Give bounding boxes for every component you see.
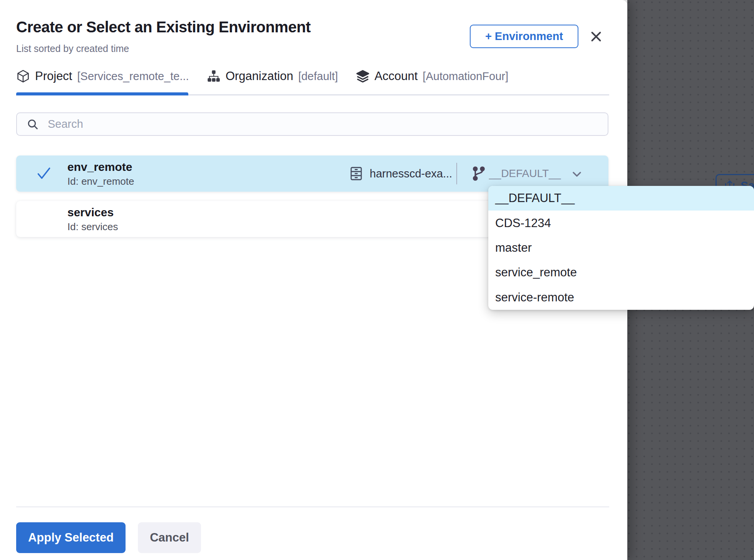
screen: Sav Create or Select an Existing Environ…: [0, 0, 754, 560]
branch-selected-value: __DEFAULT__: [489, 167, 561, 180]
scope-tabs: Project [Services_remote_te... Organizat…: [16, 69, 508, 83]
tab-account-label: Account: [375, 69, 418, 83]
apply-selected-button[interactable]: Apply Selected: [16, 522, 126, 553]
sitemap-icon: [207, 69, 221, 83]
active-tab-underline: [16, 92, 188, 95]
environment-id: Id: env_remote: [67, 176, 134, 187]
modal-title: Create or Select an Existing Environment: [16, 18, 311, 36]
footer-divider: [16, 507, 609, 507]
check-icon: [35, 165, 52, 182]
search-icon: [26, 118, 39, 131]
git-branch-icon: [471, 165, 487, 182]
search-input[interactable]: [48, 118, 608, 130]
branch-option-master[interactable]: master: [488, 236, 754, 260]
branch-option-service-remote-underscore[interactable]: service_remote: [488, 260, 754, 285]
tab-project-label: Project: [35, 69, 72, 83]
cube-icon: [16, 69, 30, 83]
branch-option-service-remote-dash[interactable]: service-remote: [488, 285, 754, 310]
tab-organization[interactable]: Organization [default]: [207, 69, 338, 83]
close-icon: [589, 30, 603, 43]
tab-organization-scope: [default]: [298, 70, 338, 83]
environment-name: env_remote: [67, 160, 132, 174]
tab-account-scope: [AutomationFour]: [423, 70, 508, 83]
new-environment-button[interactable]: + Environment: [470, 25, 578, 48]
branch-option-cds-1234[interactable]: CDS-1234: [488, 211, 754, 235]
search-bar: [16, 112, 608, 136]
chevron-down-icon: [570, 167, 584, 181]
branch-dropdown-menu: __DEFAULT__ CDS-1234 master service_remo…: [488, 186, 754, 310]
cancel-button[interactable]: Cancel: [138, 522, 201, 553]
tab-organization-label: Organization: [226, 69, 293, 83]
tab-project[interactable]: Project [Services_remote_te...: [16, 69, 189, 83]
environment-name: services: [67, 206, 114, 219]
row-divider: [456, 163, 457, 184]
layers-icon: [356, 69, 370, 83]
branch-option-default[interactable]: __DEFAULT__: [488, 186, 754, 211]
tab-project-scope: [Services_remote_te...: [77, 70, 189, 83]
repository-icon: [348, 165, 364, 182]
close-button[interactable]: [588, 29, 604, 44]
modal-subtitle: List sorted by created time: [16, 43, 129, 54]
tab-account[interactable]: Account [AutomationFour]: [356, 69, 508, 83]
environment-id: Id: services: [67, 221, 118, 233]
repository-name: harnesscd-exa...: [370, 167, 452, 180]
